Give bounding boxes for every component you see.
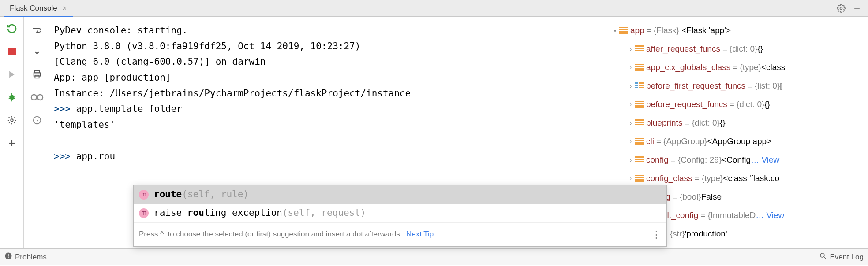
chevron-right-icon[interactable]: › — [627, 175, 635, 182]
chevron-right-icon[interactable]: › — [627, 64, 635, 71]
chevron-right-icon[interactable]: › — [627, 119, 635, 126]
close-icon[interactable]: × — [63, 4, 67, 12]
console-input-line[interactable]: >>> app.rou — [54, 149, 604, 165]
var-value: {} — [757, 44, 763, 54]
svg-point-3 — [10, 95, 14, 99]
var-type: {dict: 0} — [728, 248, 756, 248]
tab-flask-console[interactable]: Flask Console × — [4, 0, 73, 17]
more-icon[interactable]: ⋮ — [651, 226, 661, 243]
svg-rect-23 — [8, 254, 9, 257]
svg-point-20 — [37, 95, 43, 100]
var-row[interactable]: ›blueprints = {dict: 0} {} — [608, 114, 868, 132]
minimize-icon[interactable] — [852, 4, 862, 13]
gear-icon[interactable] — [836, 4, 846, 13]
stop-button[interactable] — [5, 45, 19, 58]
var-row[interactable]: ›before_request_funcs = {dict: 0} {} — [608, 95, 868, 114]
var-type: {Config: 29} — [678, 155, 722, 165]
var-value: <AppGroup app> — [707, 137, 771, 146]
var-name: cli — [646, 137, 654, 146]
chevron-right-icon[interactable]: › — [627, 101, 635, 108]
object-icon — [635, 64, 644, 71]
object-icon — [635, 138, 644, 145]
method-icon: m — [139, 208, 149, 218]
next-tip-link[interactable]: Next Tip — [406, 228, 434, 241]
var-value: {} — [756, 248, 762, 248]
autocomplete-item[interactable]: m raise_routing_exception(self, request) — [134, 204, 666, 222]
var-type: {ImmutableD — [707, 211, 756, 220]
var-value: [ — [780, 81, 782, 91]
var-root[interactable]: ▾ app = {Flask} <Flask 'app'> — [608, 21, 868, 40]
var-row[interactable]: ›before_first_request_funcs = {list: 0} … — [608, 77, 868, 95]
var-row[interactable]: ›config = {Config: 29} <Config … View — [608, 151, 868, 169]
svg-line-9 — [14, 98, 15, 99]
console-line: App: app [production] — [54, 70, 604, 86]
var-name: config_class — [646, 174, 692, 183]
show-vars-button[interactable] — [30, 91, 44, 104]
console-line — [54, 133, 604, 149]
var-name: config — [646, 155, 669, 165]
console-line: PyDev console: starting. — [54, 23, 604, 39]
print-button[interactable] — [30, 68, 44, 81]
tab-title: Flask Console — [10, 4, 57, 13]
settings-button[interactable] — [5, 114, 19, 127]
list-icon — [635, 82, 644, 89]
autocomplete-popup: m route(self, rule) m raise_routing_exce… — [133, 185, 667, 247]
svg-rect-24 — [8, 257, 9, 258]
var-row[interactable]: ›app_ctx_globals_class = {type} <class — [608, 58, 868, 77]
var-name: blueprints — [646, 118, 682, 128]
history-button[interactable] — [30, 114, 44, 127]
console-line: [Clang 6.0 (clang-600.0.57)] on darwin — [54, 54, 604, 70]
left-toolbar-secondary — [24, 17, 50, 248]
rerun-button[interactable] — [5, 22, 19, 35]
chevron-right-icon[interactable]: › — [627, 156, 635, 163]
chevron-right-icon[interactable]: › — [627, 138, 635, 145]
view-link[interactable]: … View — [751, 155, 779, 165]
main-area: PyDev console: starting. Python 3.8.0 (v… — [0, 17, 868, 248]
svg-point-10 — [11, 119, 13, 122]
svg-point-0 — [840, 7, 842, 9]
view-link[interactable]: … View — [756, 211, 784, 220]
var-name: error_handler_spec — [646, 248, 719, 248]
var-type: {dict: 0} — [737, 100, 764, 109]
var-value: False — [701, 192, 722, 202]
chevron-right-icon[interactable]: › — [627, 45, 635, 52]
console-line: 'templates' — [54, 117, 604, 133]
search-icon — [819, 252, 827, 262]
run-button[interactable] — [5, 68, 19, 81]
autocomplete-footer: Press ^. to choose the selected (or firs… — [134, 222, 666, 246]
scroll-end-button[interactable] — [30, 45, 44, 58]
var-value: {} — [764, 100, 770, 109]
left-toolbar-primary — [0, 17, 24, 248]
var-value: 'production' — [685, 229, 727, 239]
chevron-down-icon[interactable]: ▾ — [611, 27, 619, 34]
debug-button[interactable] — [5, 91, 19, 104]
var-name: app_ctx_globals_class — [646, 63, 730, 72]
var-name: after_request_funcs — [646, 44, 720, 54]
problems-button[interactable]: Problems — [15, 253, 47, 262]
var-type: {AppGroup} — [663, 137, 707, 146]
chevron-right-icon[interactable]: › — [627, 82, 635, 89]
svg-point-25 — [820, 253, 824, 257]
var-value: <Config — [722, 155, 751, 165]
var-row[interactable]: ›cli = {AppGroup} <AppGroup app> — [608, 132, 868, 151]
var-row[interactable]: ›after_request_funcs = {dict: 0} {} — [608, 40, 868, 58]
autocomplete-item[interactable]: m route(self, rule) — [134, 185, 666, 204]
soft-wrap-button[interactable] — [30, 22, 44, 35]
event-log-button[interactable]: Event Log — [830, 253, 864, 262]
var-type: {dict: 0} — [730, 44, 757, 54]
svg-line-7 — [14, 96, 15, 96]
var-type: {type} — [740, 63, 761, 72]
var-value: {} — [720, 118, 726, 128]
var-type: {type} — [702, 174, 723, 183]
svg-line-26 — [824, 257, 827, 259]
object-icon — [635, 101, 644, 108]
var-type: {list: 0} — [755, 81, 780, 91]
add-button[interactable] — [5, 137, 19, 150]
var-name: before_request_funcs — [646, 100, 727, 109]
object-icon — [635, 156, 644, 163]
var-type: {dict: 0} — [692, 118, 720, 128]
console-output[interactable]: PyDev console: starting. Python 3.8.0 (v… — [50, 17, 608, 248]
var-type: {str} — [670, 229, 685, 239]
var-name: before_first_request_funcs — [646, 81, 745, 91]
object-icon — [635, 175, 644, 182]
